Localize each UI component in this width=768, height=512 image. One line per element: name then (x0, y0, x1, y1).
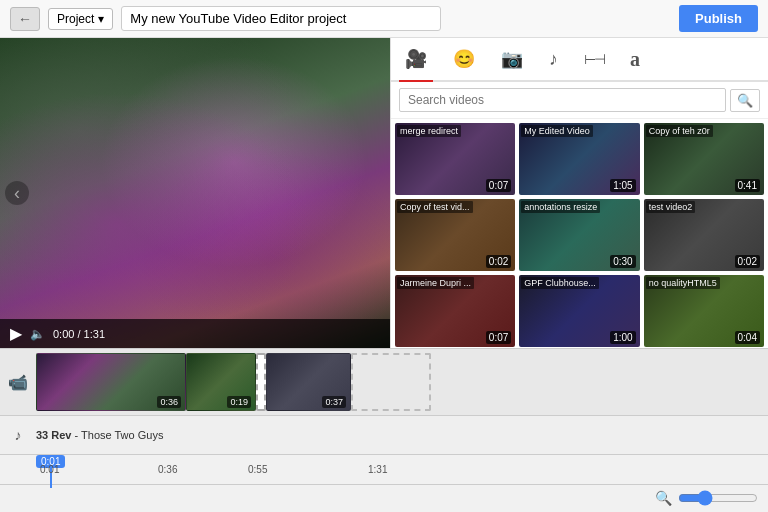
audio-label: 33 Rev - Those Two Guys (36, 429, 163, 441)
video-thumb-0[interactable]: merge redirect 0:07 (395, 123, 515, 195)
media-panel: 🎥 😊 📷 ♪ ⊢⊣ a 🔍 merge redirect 0:07 My Ed… (390, 38, 768, 348)
video-track-row: 📹 0:36 0:19 0:37 (0, 349, 768, 416)
video-duration: 0:02 (486, 255, 511, 268)
tab-text[interactable]: a (624, 44, 646, 75)
time-display: 0:00 / 1:31 (53, 328, 380, 340)
project-dropdown[interactable]: Project ▾ (48, 8, 113, 30)
video-title: Copy of test vid... (397, 201, 473, 213)
tab-emoji[interactable]: 😊 (447, 44, 481, 74)
topbar: ← Project ▾ Publish (0, 0, 768, 38)
clip-4-label: 0:37 (322, 396, 346, 408)
video-title: no qualityHTML5 (646, 277, 720, 289)
video-duration: 0:07 (486, 331, 511, 344)
video-thumb-2[interactable]: Copy of teh z0r 0:41 (644, 123, 764, 195)
clip-placeholder (351, 353, 431, 411)
zoom-row: 🔍 (0, 485, 768, 513)
video-duration: 0:41 (735, 179, 760, 192)
clip-2-label: 0:19 (227, 396, 251, 408)
video-title: My Edited Video (521, 125, 592, 137)
video-thumb-5[interactable]: test video2 0:02 (644, 199, 764, 271)
video-track-icon: 📹 (0, 373, 36, 392)
ruler-mark-0: 0:01 (40, 464, 59, 475)
clip-1-label: 0:36 (157, 396, 181, 408)
video-controls: ▶ 🔈 0:00 / 1:31 (0, 319, 390, 348)
video-duration: 1:05 (610, 179, 635, 192)
video-thumb-7[interactable]: GPF Clubhouse... 1:00 (519, 275, 639, 347)
project-label: Project (57, 12, 94, 26)
preview-panel: ‹ ▶ 🔈 0:00 / 1:31 (0, 38, 390, 348)
video-title: annotations resize (521, 201, 600, 213)
ruler-mark-3: 1:31 (368, 464, 387, 475)
timeline-ruler: 0:01 0:01 0:36 0:55 1:31 (0, 455, 768, 484)
ruler-mark-2: 0:55 (248, 464, 267, 475)
audio-track-content: 33 Rev - Those Two Guys (36, 425, 768, 445)
video-overlay (0, 38, 390, 348)
clip-4[interactable]: 0:37 (266, 353, 351, 411)
timeline-area: 📹 0:36 0:19 0:37 ♪ 33 Rev - Those Two Gu… (0, 348, 768, 512)
preview-background (0, 38, 390, 348)
audio-track-row: ♪ 33 Rev - Those Two Guys (0, 416, 768, 455)
search-input[interactable] (399, 88, 726, 112)
search-button[interactable]: 🔍 (730, 89, 760, 112)
video-title: merge redirect (397, 125, 461, 137)
video-track-clips: 0:36 0:19 0:37 (36, 349, 768, 415)
zoom-slider[interactable] (678, 490, 758, 506)
video-duration: 0:02 (735, 255, 760, 268)
project-title-input[interactable] (121, 6, 441, 31)
audio-track-icon: ♪ (0, 427, 36, 443)
video-title: GPF Clubhouse... (521, 277, 599, 289)
tab-video[interactable]: 🎥 (399, 44, 433, 74)
video-thumb-4[interactable]: annotations resize 0:30 (519, 199, 639, 271)
video-thumb-8[interactable]: no qualityHTML5 0:04 (644, 275, 764, 347)
tab-photo[interactable]: 📷 (495, 44, 529, 74)
tab-transition[interactable]: ⊢⊣ (578, 47, 610, 71)
video-thumb-1[interactable]: My Edited Video 1:05 (519, 123, 639, 195)
volume-button[interactable]: 🔈 (30, 327, 45, 341)
search-bar: 🔍 (391, 82, 768, 119)
ruler-mark-1: 0:36 (158, 464, 177, 475)
chevron-down-icon: ▾ (98, 12, 104, 26)
video-title: Copy of teh z0r (646, 125, 713, 137)
video-duration: 1:00 (610, 331, 635, 344)
video-duration: 0:04 (735, 331, 760, 344)
clip-1[interactable]: 0:36 (36, 353, 186, 411)
video-duration: 0:07 (486, 179, 511, 192)
preview-left-nav[interactable]: ‹ (5, 181, 29, 205)
clip-3[interactable] (256, 353, 266, 411)
video-title: test video2 (646, 201, 696, 213)
media-tabs: 🎥 😊 📷 ♪ ⊢⊣ a (391, 38, 768, 82)
clip-2[interactable]: 0:19 (186, 353, 256, 411)
zoom-icon: 🔍 (655, 490, 672, 506)
video-duration: 0:30 (610, 255, 635, 268)
video-title: Jarmeine Dupri ... (397, 277, 474, 289)
play-button[interactable]: ▶ (10, 324, 22, 343)
video-thumb-3[interactable]: Copy of test vid... 0:02 (395, 199, 515, 271)
video-thumb-6[interactable]: Jarmeine Dupri ... 0:07 (395, 275, 515, 347)
main-area: ‹ ▶ 🔈 0:00 / 1:31 🎥 😊 📷 ♪ ⊢⊣ a 🔍 (0, 38, 768, 348)
publish-button[interactable]: Publish (679, 5, 758, 32)
back-button[interactable]: ← (10, 7, 40, 31)
video-grid: merge redirect 0:07 My Edited Video 1:05… (391, 119, 768, 348)
tab-music[interactable]: ♪ (543, 45, 564, 74)
